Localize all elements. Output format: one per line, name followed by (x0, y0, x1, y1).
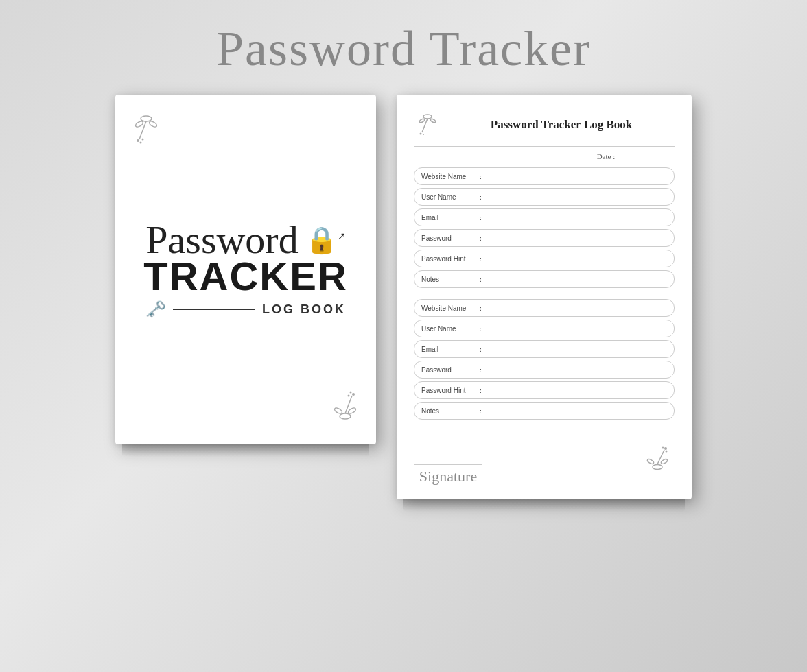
cover-corner-br-ornament (325, 389, 366, 434)
interior-title: Password Tracker Log Book (448, 118, 675, 132)
field-label-hint-1: Password Hint (421, 255, 480, 263)
svg-point-18 (420, 133, 422, 135)
svg-point-25 (662, 447, 664, 449)
field-label-notes-1: Notes (421, 276, 480, 283)
cover-content: Password 🔒↗ TRACKER 🗝️ LOG BOOK (143, 220, 348, 319)
cover-corner-tl-ornament (126, 105, 167, 150)
field-label-website-1: Website Name (421, 173, 480, 180)
svg-point-2 (148, 120, 157, 128)
date-label: Date : (597, 152, 616, 160)
svg-point-24 (664, 447, 667, 450)
field-label-hint-2: Password Hint (421, 387, 480, 394)
field-colon-password-2: : (480, 366, 482, 374)
svg-point-26 (666, 451, 668, 453)
field-website-name-1: Website Name : (414, 167, 675, 185)
field-colon-username-2: : (480, 325, 482, 333)
cover-logbook-row: 🗝️ LOG BOOK (145, 300, 346, 319)
svg-point-15 (419, 118, 425, 123)
svg-point-13 (348, 395, 350, 397)
field-label-email-1: Email (421, 214, 480, 221)
interior-ornament-footer (640, 446, 675, 485)
field-label-password-1: Password (421, 235, 480, 242)
svg-point-5 (140, 142, 142, 144)
cover-tracker-text: TRACKER (143, 256, 348, 296)
key-icon: 🗝️ (145, 300, 166, 319)
svg-point-6 (142, 139, 144, 141)
svg-point-22 (660, 458, 668, 464)
svg-point-4 (137, 139, 139, 142)
cover-line-left (173, 309, 255, 310)
signature-area: Signature (414, 464, 482, 485)
book-cover: Password 🔒↗ TRACKER 🗝️ LOG BOOK (115, 95, 376, 444)
interior-ornament-header (414, 108, 441, 141)
field-email-2: Email : (414, 340, 675, 358)
signature-label: Signature (419, 468, 477, 485)
cover-logbook-text: LOG BOOK (262, 302, 346, 317)
field-colon-email-1: : (480, 214, 482, 221)
field-colon-username-1: : (480, 193, 482, 201)
svg-point-0 (141, 116, 152, 121)
svg-point-16 (430, 118, 436, 123)
field-colon-website-2: : (480, 304, 482, 312)
book-interior: Password Tracker Log Book Date : Website… (397, 95, 692, 499)
date-line (620, 160, 675, 160)
entry-group-2: Website Name : User Name : Email : Passw… (414, 299, 675, 422)
main-title: Password Tracker (216, 21, 591, 77)
svg-point-12 (350, 392, 352, 394)
field-password-1: Password : (414, 229, 675, 247)
field-username-2: User Name : (414, 320, 675, 337)
field-colon-hint-2: : (480, 387, 482, 394)
field-label-notes-2: Notes (421, 407, 480, 415)
field-label-email-2: Email (421, 346, 480, 353)
field-notes-1: Notes : (414, 270, 675, 288)
books-container: Password 🔒↗ TRACKER 🗝️ LOG BOOK (88, 95, 719, 499)
field-label-website-2: Website Name (421, 304, 480, 312)
svg-point-21 (646, 458, 654, 464)
field-label-password-2: Password (421, 366, 480, 374)
field-colon-email-2: : (480, 346, 482, 353)
svg-point-19 (423, 134, 424, 135)
field-notes-2: Notes : (414, 402, 675, 420)
lock-icon: 🔒↗ (305, 227, 346, 253)
field-label-username-2: User Name (421, 325, 480, 333)
field-password-hint-2: Password Hint : (414, 381, 675, 399)
field-email-1: Email : (414, 208, 675, 226)
field-username-1: User Name : (414, 188, 675, 206)
entry-group-1: Website Name : User Name : Email : Passw… (414, 167, 675, 291)
svg-point-7 (340, 413, 351, 419)
field-colon-notes-1: : (480, 276, 482, 283)
svg-point-14 (423, 115, 432, 119)
svg-point-9 (347, 407, 356, 414)
interior-header: Password Tracker Log Book (414, 108, 675, 147)
field-password-hint-1: Password Hint : (414, 250, 675, 267)
svg-point-1 (134, 120, 143, 128)
field-colon-password-1: : (480, 235, 482, 242)
date-row: Date : (414, 152, 675, 160)
svg-point-8 (334, 407, 342, 414)
field-website-name-2: Website Name : (414, 299, 675, 317)
field-colon-notes-2: : (480, 407, 482, 415)
field-label-username-1: User Name (421, 193, 480, 201)
field-colon-hint-1: : (480, 255, 482, 263)
field-password-2: Password : (414, 361, 675, 379)
svg-point-11 (352, 393, 355, 396)
interior-footer: Signature (414, 440, 675, 485)
field-colon-website-1: : (480, 173, 482, 180)
svg-point-20 (653, 465, 662, 470)
